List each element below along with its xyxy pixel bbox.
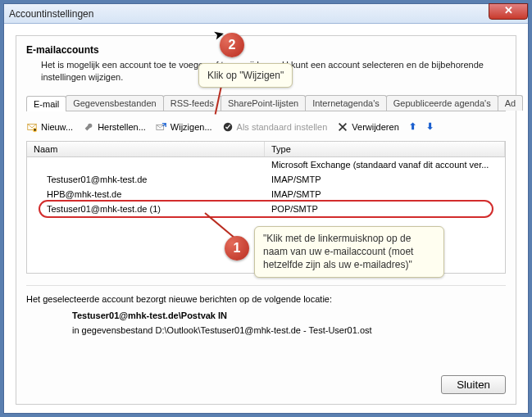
- set-default-button[interactable]: Als standaard instellen: [222, 121, 328, 133]
- section-title: E-mailaccounts: [26, 44, 506, 56]
- account-type-cell: POP/SMTP: [265, 203, 505, 215]
- account-type-cell: IMAP/SMTP: [265, 174, 505, 185]
- account-type-cell: Microsoft Exchange (standaard vanaf dit …: [265, 159, 505, 170]
- remove-button[interactable]: Verwijderen: [337, 121, 398, 133]
- change-icon: [156, 121, 167, 133]
- new-account-button[interactable]: ✱ Nieuw...: [26, 121, 73, 133]
- dialog-body: E-mailaccounts Het is mogelijk een accou…: [4, 24, 528, 413]
- repair-icon: [83, 121, 94, 133]
- default-icon: [222, 121, 234, 133]
- window-title: Accountinstellingen: [9, 8, 93, 20]
- arrow-up-icon: ⬆: [409, 121, 416, 132]
- change-button[interactable]: Wijzigen...: [156, 121, 212, 133]
- delivery-datafile: in gegevensbestand D:\Outlook\Testuser01…: [72, 325, 506, 335]
- move-up-button[interactable]: ⬆: [409, 121, 416, 132]
- content-panel: E-mailaccounts Het is mogelijk een accou…: [16, 35, 516, 405]
- repair-button[interactable]: Herstellen...: [83, 121, 146, 133]
- annotation-tooltip-2: Klik op "Wijzigen": [198, 63, 293, 88]
- tab-rss-feeds[interactable]: RSS-feeds: [163, 95, 221, 111]
- delivery-location-section: Het geselecteerde account bezorgt nieuwe…: [26, 285, 506, 335]
- table-row[interactable]: HPB@mhk-test.de IMAP/SMTP: [27, 187, 505, 202]
- column-name-header[interactable]: Naam: [27, 142, 265, 156]
- remove-icon: [337, 121, 348, 133]
- tab-internet-calendars[interactable]: Internetagenda's: [305, 95, 387, 111]
- delivery-folder: Testuser01@mhk-test.de\Postvak IN: [72, 310, 506, 320]
- arrow-down-icon: ⬇: [426, 121, 434, 132]
- tab-published-calendars[interactable]: Gepubliceerde agenda's: [386, 95, 498, 111]
- account-name-cell: Testuser01@mhk-test.de (1): [27, 203, 265, 215]
- table-row-selected[interactable]: Testuser01@mhk-test.de (1) POP/SMTP: [27, 202, 505, 216]
- account-name-cell: Testuser01@mhk-test.de: [27, 174, 265, 185]
- close-icon: ✕: [504, 4, 513, 16]
- account-name-cell: [27, 159, 265, 170]
- titlebar: Accountinstellingen ✕: [4, 4, 528, 24]
- move-down-button[interactable]: ⬇: [426, 121, 434, 132]
- tab-data-files[interactable]: Gegevensbestanden: [66, 95, 164, 111]
- account-name-cell: HPB@mhk-test.de: [27, 188, 265, 200]
- tab-email[interactable]: E-mail: [26, 96, 66, 111]
- table-row[interactable]: Testuser01@mhk-test.de IMAP/SMTP: [27, 172, 505, 187]
- list-header: Naam Type: [27, 142, 505, 157]
- account-type-cell: IMAP/SMTP: [265, 188, 505, 200]
- toolbar: ✱ Nieuw... Herstellen... Wijzigen...: [26, 120, 506, 134]
- tab-strip: E-mail Gegevensbestanden RSS-feeds Share…: [26, 95, 506, 111]
- window-close-button[interactable]: ✕: [489, 3, 528, 20]
- dialog-footer: Sluiten: [26, 365, 506, 394]
- new-icon: ✱: [26, 121, 38, 133]
- tab-sharepoint-lists[interactable]: SharePoint-lijsten: [221, 95, 306, 111]
- table-row[interactable]: Microsoft Exchange (standaard vanaf dit …: [27, 157, 505, 172]
- delivery-intro: Het geselecteerde account bezorgt nieuwe…: [26, 294, 506, 304]
- annotation-badge-1: 1: [225, 236, 249, 261]
- close-button[interactable]: Sluiten: [441, 375, 506, 394]
- column-type-header[interactable]: Type: [265, 142, 505, 156]
- tab-address-books[interactable]: Ad: [498, 95, 523, 111]
- annotation-tooltip-1: "Klik met de linkermuisknop op de naam v…: [254, 226, 444, 278]
- account-settings-window: Accountinstellingen ✕ ➤ E-mailaccounts H…: [3, 3, 529, 414]
